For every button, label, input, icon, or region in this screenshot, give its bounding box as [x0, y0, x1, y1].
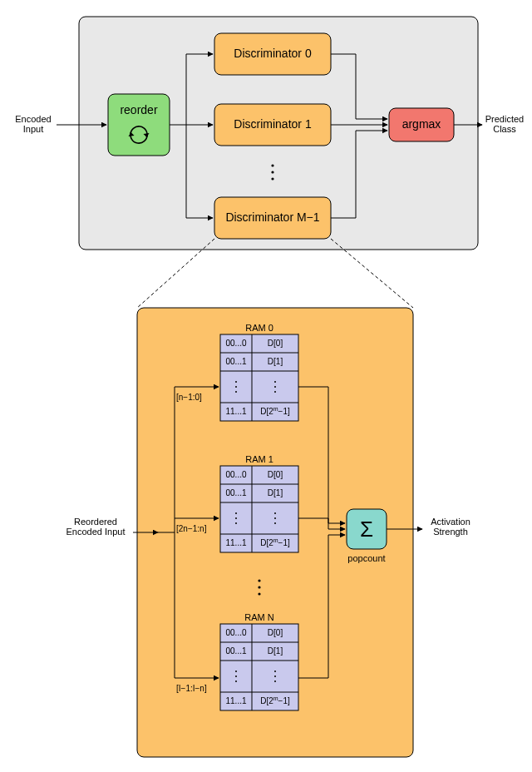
- svg-text:D[0]: D[0]: [268, 339, 283, 348]
- svg-point-16: [274, 381, 276, 383]
- svg-point-32: [235, 517, 237, 519]
- discriminator-1-label: Discriminator 1: [234, 117, 312, 131]
- svg-point-54: [235, 680, 237, 682]
- svg-point-55: [274, 671, 276, 672]
- ram-n: RAM N 00...0D[0] 00...1D[1] 11...1 D[2m−…: [220, 612, 298, 710]
- svg-point-33: [235, 522, 237, 524]
- svg-point-34: [274, 512, 276, 514]
- ram-0: RAM 0 00...0D[0] 00...1D[1] 11...1 D[2m−…: [220, 323, 298, 421]
- svg-text:00...1: 00...1: [225, 488, 246, 497]
- argmax-label: argmax: [402, 117, 441, 131]
- predicted-class-label: PredictedClass: [485, 114, 524, 134]
- svg-point-0: [271, 164, 273, 166]
- svg-point-39: [258, 579, 260, 581]
- svg-point-18: [274, 391, 276, 393]
- svg-point-57: [274, 680, 276, 682]
- svg-point-15: [235, 391, 237, 393]
- svg-point-31: [235, 512, 237, 514]
- svg-point-56: [274, 676, 276, 677]
- svg-text:D[0]: D[0]: [268, 628, 283, 637]
- svg-text:RAM 0: RAM 0: [245, 323, 273, 333]
- svg-point-14: [235, 386, 237, 388]
- svg-point-13: [235, 381, 237, 383]
- svg-point-40: [258, 586, 260, 588]
- svg-text:11...1: 11...1: [225, 696, 246, 705]
- svg-text:D[1]: D[1]: [268, 488, 283, 497]
- svg-point-36: [274, 522, 276, 524]
- slice-1-label: [2n−1:n]: [176, 524, 207, 533]
- svg-point-1: [271, 171, 273, 173]
- svg-point-53: [235, 676, 237, 677]
- svg-point-41: [258, 592, 260, 595]
- svg-text:D[1]: D[1]: [268, 357, 283, 366]
- svg-text:00...0: 00...0: [225, 339, 246, 348]
- svg-text:00...1: 00...1: [225, 646, 246, 656]
- svg-text:00...1: 00...1: [225, 357, 246, 366]
- svg-point-2: [271, 177, 273, 180]
- svg-point-52: [235, 671, 237, 672]
- svg-point-35: [274, 517, 276, 519]
- svg-text:D[1]: D[1]: [268, 646, 283, 656]
- svg-text:RAM 1: RAM 1: [245, 454, 273, 464]
- discriminator-0-label: Discriminator 0: [234, 47, 312, 60]
- popcount-label: popcount: [347, 553, 385, 563]
- slice-0-label: [n−1:0]: [176, 393, 202, 402]
- encoded-input-label: EncodedInput: [15, 114, 51, 134]
- ram-1: RAM 1 00...0D[0] 00...1D[1] 11...1 D[2m−…: [220, 454, 298, 552]
- svg-text:RAM N: RAM N: [244, 612, 274, 622]
- activation-strength-label: ActivationStrength: [431, 517, 470, 537]
- svg-text:11...1: 11...1: [225, 407, 246, 416]
- reorder-label: reorder: [120, 103, 157, 116]
- svg-text:11...1: 11...1: [225, 538, 246, 547]
- svg-point-17: [274, 386, 276, 388]
- sigma-icon: Σ: [360, 517, 373, 542]
- svg-text:00...0: 00...0: [225, 628, 246, 637]
- reordered-input-label: ReorderedEncoded Input: [66, 517, 126, 537]
- svg-text:D[0]: D[0]: [268, 470, 283, 479]
- svg-text:00...0: 00...0: [225, 470, 246, 479]
- slice-n-label: [I−1:I−n]: [176, 684, 207, 693]
- discriminator-m-label: Discriminator M−1: [225, 210, 319, 224]
